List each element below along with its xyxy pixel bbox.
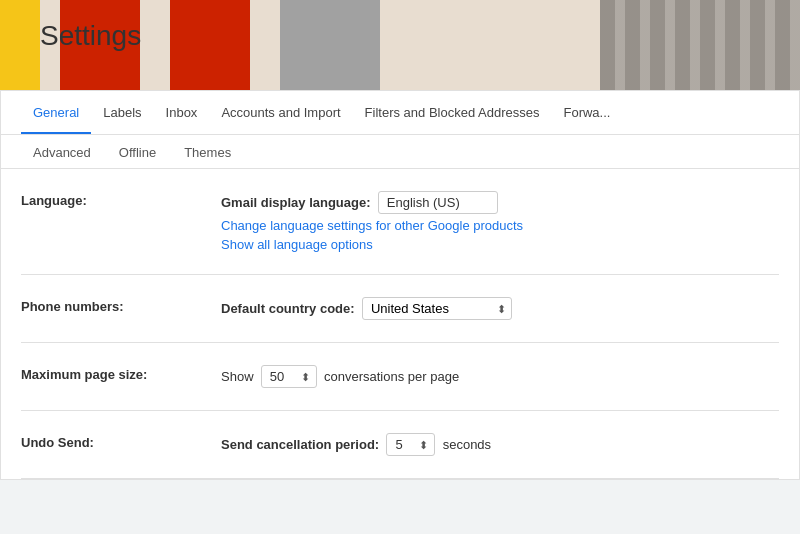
language-display: English (US)	[378, 191, 498, 214]
tab-inbox[interactable]: Inbox	[154, 91, 210, 135]
undo-send-row: Undo Send: Send cancellation period: 5 1…	[21, 411, 779, 479]
tab-themes[interactable]: Themes	[172, 135, 243, 168]
seconds-suffix: seconds	[439, 437, 491, 452]
undo-send-label: Undo Send:	[21, 433, 221, 450]
tab-labels[interactable]: Labels	[91, 91, 153, 135]
primary-tabs: General Labels Inbox Accounts and Import…	[1, 91, 799, 135]
header-background: Settings	[0, 0, 800, 90]
send-cancellation-label: Send cancellation period:	[221, 437, 383, 452]
phone-numbers-value: Default country code: United States	[221, 297, 779, 320]
language-label: Language:	[21, 191, 221, 208]
language-value: Gmail display language: English (US) Cha…	[221, 191, 779, 252]
tab-general[interactable]: General	[21, 91, 91, 135]
change-language-link[interactable]: Change language settings for other Googl…	[221, 218, 779, 233]
default-country-code-label: Default country code:	[221, 301, 358, 316]
cancellation-period-select[interactable]: 5 10 20 30	[387, 434, 434, 455]
max-page-size-value: Show 10 25 50 100 conversations per page	[221, 365, 779, 388]
cancellation-period-select-wrapper: 5 10 20 30	[386, 433, 435, 456]
show-prefix: Show	[221, 369, 257, 384]
page-size-select[interactable]: 10 25 50 100	[262, 366, 316, 387]
conversations-per-page-suffix: conversations per page	[320, 369, 459, 384]
tab-filters-blocked[interactable]: Filters and Blocked Addresses	[353, 91, 552, 135]
tab-forwarding[interactable]: Forwa...	[551, 91, 622, 135]
undo-send-value: Send cancellation period: 5 10 20 30 sec…	[221, 433, 779, 456]
phone-numbers-label: Phone numbers:	[21, 297, 221, 314]
tab-accounts-import[interactable]: Accounts and Import	[209, 91, 352, 135]
secondary-tabs: Advanced Offline Themes	[1, 135, 799, 169]
tab-offline[interactable]: Offline	[107, 135, 168, 168]
gmail-display-language-label: Gmail display language:	[221, 195, 374, 210]
show-all-languages-link[interactable]: Show all language options	[221, 237, 779, 252]
phone-numbers-row: Phone numbers: Default country code: Uni…	[21, 275, 779, 343]
max-page-size-label: Maximum page size:	[21, 365, 221, 382]
max-page-size-row: Maximum page size: Show 10 25 50 100 con…	[21, 343, 779, 411]
settings-panel: General Labels Inbox Accounts and Import…	[0, 90, 800, 480]
page-size-select-wrapper: 10 25 50 100	[261, 365, 317, 388]
country-code-select-wrapper: United States	[362, 297, 512, 320]
language-row: Language: Gmail display language: Englis…	[21, 169, 779, 275]
tab-advanced[interactable]: Advanced	[21, 135, 103, 168]
settings-content: Language: Gmail display language: Englis…	[1, 169, 799, 479]
country-code-select[interactable]: United States	[362, 297, 512, 320]
page-title: Settings	[40, 20, 141, 52]
